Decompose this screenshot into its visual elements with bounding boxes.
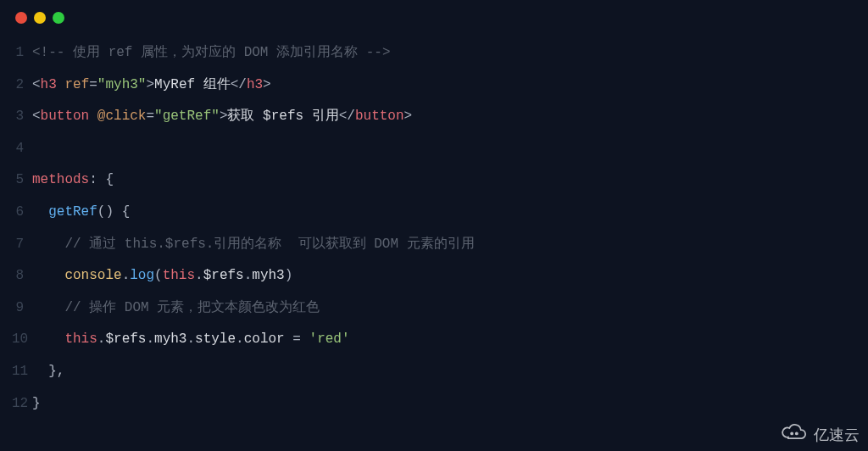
svg-point-0 [791,432,793,434]
line-number: 7 [12,229,32,261]
code-line: 12 } [12,388,868,420]
code-content: getRef() { [32,197,868,229]
code-content: <button @click="getRef">获取 $refs 引用</but… [32,101,868,133]
watermark: 亿速云 [780,423,860,446]
code-editor[interactable]: 1 <!-- 使用 ref 属性，为对应的 DOM 添加引用名称 --> 2 <… [0,37,868,420]
code-line: 11 }, [12,356,868,388]
window-controls [15,12,868,24]
close-icon[interactable] [15,12,27,24]
line-number: 10 [12,324,32,356]
code-content: } [32,388,868,420]
line-number: 1 [12,37,32,70]
code-content: <h3 ref="myh3">MyRef 组件</h3> [32,70,868,102]
code-line: 7 // 通过 this.$refs.引用的名称 可以获取到 DOM 元素的引用 [12,229,868,261]
cloud-icon [780,423,809,446]
code-content: this.$refs.myh3.style.color = 'red' [32,324,868,356]
code-line: 2 <h3 ref="myh3">MyRef 组件</h3> [12,70,868,102]
line-number: 12 [12,388,32,420]
line-number: 2 [12,70,32,102]
code-line: 1 <!-- 使用 ref 属性，为对应的 DOM 添加引用名称 --> [12,37,868,70]
code-line: 9 // 操作 DOM 元素，把文本颜色改为红色 [12,292,868,325]
code-content: methods: { [32,164,868,197]
code-line: 6 getRef() { [12,197,868,229]
code-content: }, [32,356,868,388]
line-number: 6 [12,197,32,229]
line-number: 5 [12,164,32,197]
code-line: 3 <button @click="getRef">获取 $refs 引用</b… [12,101,868,133]
code-content: // 操作 DOM 元素，把文本颜色改为红色 [32,292,868,325]
maximize-icon[interactable] [53,12,64,24]
line-number: 9 [12,292,32,325]
code-line: 10 this.$refs.myh3.style.color = 'red' [12,324,868,356]
code-line: 5 methods: { [12,164,868,197]
code-content: console.log(this.$refs.myh3) [32,260,868,292]
code-line: 4 [12,133,868,165]
line-number: 3 [12,101,32,133]
line-number: 4 [12,133,32,165]
code-content: <!-- 使用 ref 属性，为对应的 DOM 添加引用名称 --> [32,37,868,70]
line-number: 11 [12,356,32,388]
minimize-icon[interactable] [34,12,46,24]
line-number: 8 [12,260,32,292]
svg-point-1 [796,432,798,434]
code-line: 8 console.log(this.$refs.myh3) [12,260,868,292]
code-content: // 通过 this.$refs.引用的名称 可以获取到 DOM 元素的引用 [32,229,868,261]
watermark-text: 亿速云 [814,425,860,445]
